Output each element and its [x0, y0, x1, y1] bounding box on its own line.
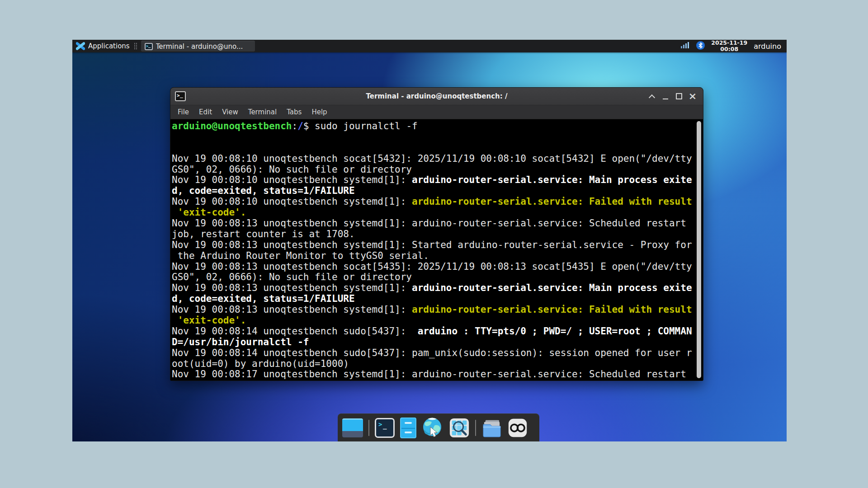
- network-signal-icon[interactable]: [681, 42, 690, 51]
- menu-file[interactable]: File: [178, 108, 189, 116]
- terminal-row: Nov 19 00:08:13 unoqtestbench systemd[1]…: [172, 305, 703, 315]
- terminal-row: Nov 19 00:08:13 unoqtestbench systemd[1]…: [172, 240, 703, 251]
- terminal-row: Nov 19 00:08:14 unoqtestbench sudo[5437]…: [172, 348, 703, 359]
- terminal-row: [172, 132, 703, 143]
- terminal-row: d, code=exited, status=1/FAILURE: [172, 294, 703, 305]
- terminal-row: Nov 19 00:08:10 unoqtestbench systemd[1]…: [172, 197, 703, 207]
- minimize-icon[interactable]: [659, 90, 672, 102]
- terminal-row: 'exit-code'.: [172, 315, 703, 326]
- user-label[interactable]: arduino: [754, 42, 781, 51]
- dock-terminal-icon[interactable]: [375, 418, 395, 438]
- applications-menu[interactable]: Applications: [88, 42, 130, 50]
- menu-view[interactable]: View: [222, 108, 238, 116]
- terminal-row: Nov 19 00:08:13 unoqtestbench systemd[1]…: [172, 218, 703, 229]
- dock-app-finder-icon[interactable]: [449, 418, 470, 438]
- terminal-row: Nov 19 00:08:14 unoqtestbench sudo[5437]…: [172, 326, 703, 337]
- terminal-row: oot(uid=0) by arduino(uid=1000): [172, 359, 703, 370]
- taskbar-button-label: Terminal - arduino@uno...: [156, 42, 243, 51]
- terminal-row: Nov 19 00:08:10 unoqtestbench systemd[1]…: [172, 175, 703, 186]
- terminal-row: Nov 19 00:08:17 unoqtestbench systemd[1]…: [172, 369, 703, 380]
- terminal-row: Nov 19 00:08:13 unoqtestbench systemd[1]…: [172, 283, 703, 294]
- terminal-row: [172, 143, 703, 154]
- panel-grip: [134, 42, 137, 50]
- bluetooth-icon[interactable]: [696, 41, 705, 52]
- xfce-applications-icon: [76, 42, 85, 51]
- close-icon[interactable]: [686, 90, 699, 102]
- menu-terminal[interactable]: Terminal: [248, 108, 277, 116]
- desktop-wallpaper: Applications Terminal - arduino@uno...: [72, 40, 787, 441]
- clock-time: 00:08: [711, 46, 747, 52]
- terminal-row: job, restart counter is at 1708.: [172, 229, 703, 240]
- window-terminal-icon: [175, 91, 186, 101]
- window-controls: [645, 88, 699, 105]
- dock-file-manager-icon[interactable]: [400, 418, 416, 438]
- panel-clock[interactable]: 2025-11-19 00:08: [711, 40, 747, 52]
- shade-icon[interactable]: [645, 90, 659, 102]
- menu-bar: FileEditViewTerminalTabsHelp: [170, 105, 703, 119]
- menu-help[interactable]: Help: [311, 108, 327, 116]
- taskbar-button-terminal[interactable]: Terminal - arduino@uno...: [141, 41, 255, 52]
- window-title: Terminal - arduino@unoqtestbench: /: [170, 92, 703, 100]
- dock-web-browser-icon[interactable]: [422, 417, 443, 439]
- terminal-row: D=/usr/bin/journalctl -f: [172, 337, 703, 348]
- terminal-scrollbar[interactable]: [697, 121, 701, 378]
- terminal-row: arduino@unoqtestbench:/$ sudo journalctl…: [172, 121, 703, 132]
- dock-show-desktop-icon[interactable]: [342, 418, 363, 437]
- maximize-icon[interactable]: [672, 90, 686, 102]
- top-panel: Applications Terminal - arduino@uno...: [72, 40, 787, 52]
- terminal-row: d, code=exited, status=1/FAILURE: [172, 186, 703, 197]
- dock: [338, 413, 539, 441]
- terminal-row: 'exit-code'.: [172, 207, 703, 218]
- terminal-row: GS0", 02, 0666): No such file or directo…: [172, 164, 703, 175]
- terminal-row: Nov 19 00:08:13 unoqtestbench socat[5435…: [172, 262, 703, 272]
- menu-tabs[interactable]: Tabs: [287, 108, 302, 116]
- terminal-row: GS0", 02, 0666): No such file or directo…: [172, 272, 703, 283]
- terminal-row: the Arduino Router Monitor to ttyGS0 ser…: [172, 251, 703, 262]
- terminal-output: arduino@unoqtestbench:/$ sudo journalctl…: [172, 121, 703, 380]
- dock-separator: [368, 420, 369, 436]
- titlebar[interactable]: Terminal - arduino@unoqtestbench: /: [170, 88, 703, 105]
- dock-file-folder-icon[interactable]: [481, 418, 502, 437]
- terminal-icon: [145, 43, 153, 50]
- menu-edit[interactable]: Edit: [199, 108, 212, 116]
- dock-arduino-ide-icon[interactable]: [508, 418, 528, 438]
- clock-date: 2025-11-19: [711, 40, 747, 46]
- terminal-window: Terminal - arduino@unoqtestbench: / File…: [170, 87, 703, 381]
- dock-separator: [475, 420, 476, 436]
- terminal-screen[interactable]: arduino@unoqtestbench:/$ sudo journalctl…: [170, 119, 703, 381]
- terminal-row: Nov 19 00:08:10 unoqtestbench socat[5432…: [172, 154, 703, 164]
